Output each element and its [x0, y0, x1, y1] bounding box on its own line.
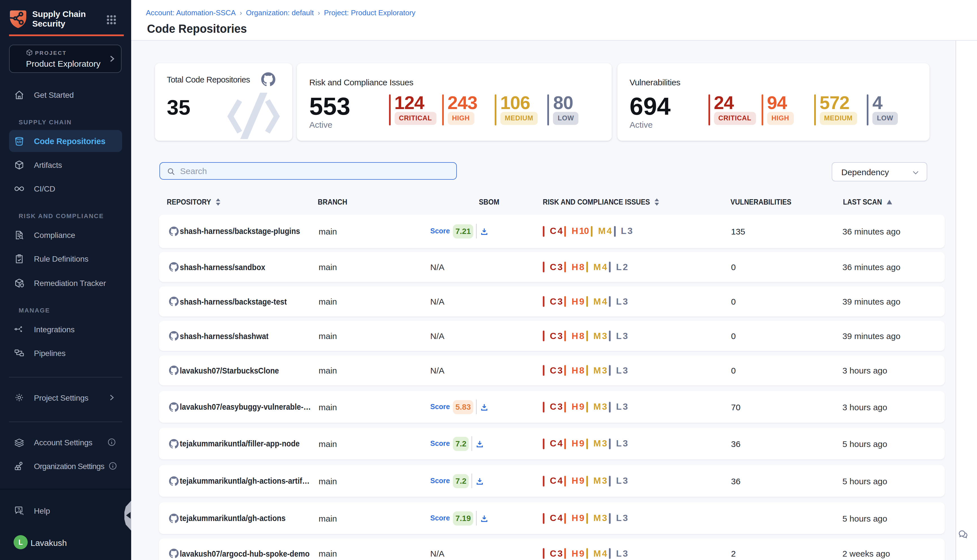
svg-text:?: ?: [18, 507, 20, 512]
